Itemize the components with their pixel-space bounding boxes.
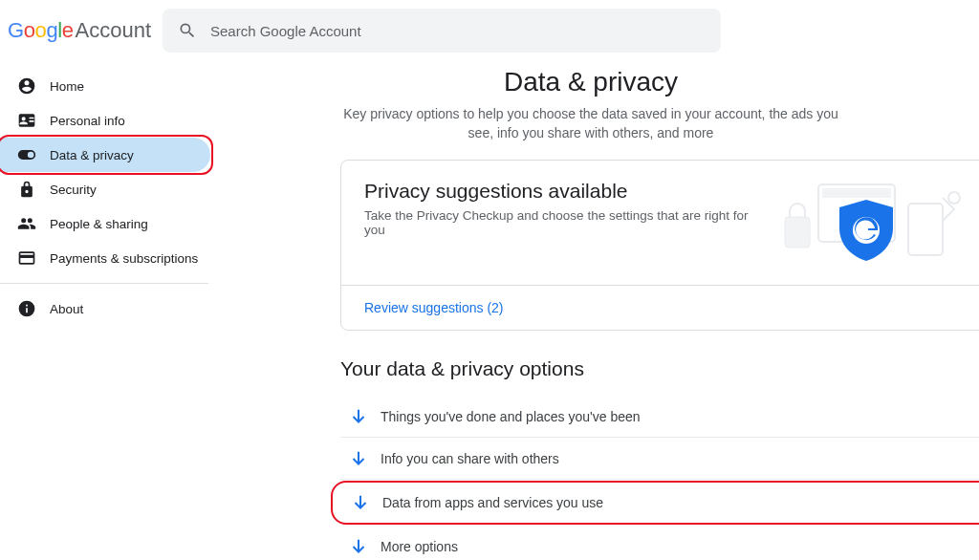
page-description: Key privacy options to help you choose t…	[342, 105, 839, 142]
arrow-down-icon	[348, 536, 369, 557]
svg-rect-2	[908, 204, 943, 255]
options-section-title: Your data & privacy options	[340, 357, 979, 380]
info-icon	[17, 299, 36, 318]
search-placeholder: Search Google Account	[210, 23, 361, 39]
svg-rect-1	[822, 188, 891, 198]
page-title: Data & privacy	[210, 67, 971, 97]
toggle-icon	[17, 145, 36, 164]
sidebar-item-about[interactable]: About	[0, 291, 208, 326]
logo-product-text: Account	[76, 18, 152, 43]
arrow-down-icon	[350, 492, 371, 513]
sidebar-item-home[interactable]: Home	[0, 69, 210, 103]
sidebar-item-label: People & sharing	[50, 217, 148, 231]
sidebar-item-label: About	[50, 302, 83, 316]
sidebar-item-payments[interactable]: Payments & subscriptions	[0, 241, 210, 275]
option-share-info[interactable]: Info you can share with others	[340, 438, 979, 480]
sidebar-item-label: Personal info	[50, 114, 125, 128]
google-logo: Google	[8, 18, 74, 43]
sidebar-item-label: Home	[50, 79, 84, 94]
arrow-down-icon	[348, 406, 369, 427]
sidebar-item-label: Payments & subscriptions	[50, 251, 198, 266]
sidebar-item-security[interactable]: Security	[0, 172, 210, 206]
search-icon	[178, 21, 197, 40]
privacy-suggestions-card: Privacy suggestions available Take the P…	[340, 160, 979, 331]
sidebar-item-personal-info[interactable]: Personal info	[0, 103, 210, 138]
sidebar-item-label: Security	[50, 183, 97, 197]
sidebar: Home Personal info Data & privacy Securi…	[0, 54, 210, 560]
header-bar: Google Account Search Google Account	[0, 0, 979, 54]
option-label: Data from apps and services you use	[382, 495, 603, 510]
option-apps-services-data[interactable]: Data from apps and services you use	[331, 481, 979, 525]
svg-rect-3	[785, 217, 810, 248]
card-description: Take the Privacy Checkup and choose the …	[364, 208, 766, 237]
badge-icon	[17, 111, 36, 130]
review-suggestions-link[interactable]: Review suggestions (2)	[364, 300, 504, 315]
card-heading: Privacy suggestions available	[364, 180, 766, 203]
credit-card-icon	[17, 248, 36, 268]
arrow-down-icon	[348, 448, 369, 469]
option-activity-places[interactable]: Things you've done and places you've bee…	[340, 396, 979, 438]
search-input[interactable]: Search Google Account	[163, 9, 721, 53]
option-label: Things you've done and places you've bee…	[381, 409, 641, 424]
sidebar-item-data-privacy[interactable]: Data & privacy	[0, 138, 210, 172]
google-account-logo[interactable]: Google Account	[8, 18, 163, 43]
lock-icon	[17, 180, 36, 199]
sidebar-item-people-sharing[interactable]: People & sharing	[0, 206, 210, 241]
account-circle-icon	[17, 76, 36, 96]
option-more[interactable]: More options	[340, 526, 979, 560]
option-label: Info you can share with others	[381, 451, 559, 466]
privacy-illustration	[766, 180, 967, 266]
main-content: Data & privacy Key privacy options to he…	[210, 54, 979, 560]
svg-point-4	[948, 192, 960, 204]
option-label: More options	[381, 539, 458, 554]
sidebar-item-label: Data & privacy	[50, 148, 134, 162]
people-icon	[17, 214, 36, 233]
